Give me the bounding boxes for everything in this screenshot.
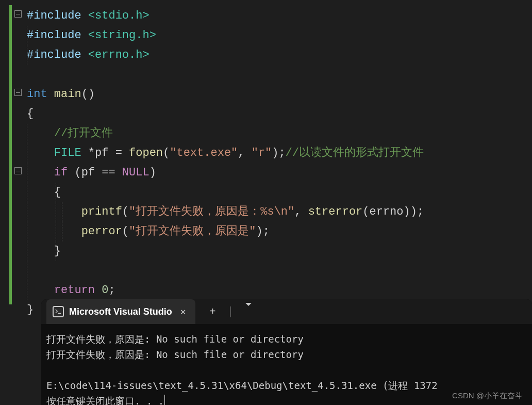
- change-indicator: [9, 5, 12, 304]
- terminal-panel: Microsoft Visual Studio ✕ + | 打开文件失败，原因是…: [41, 299, 532, 405]
- terminal-icon: [53, 306, 64, 317]
- code-line[interactable]: #include <string.h>: [27, 26, 532, 45]
- code-line[interactable]: [27, 65, 532, 85]
- code-line[interactable]: #include <stdio.h>: [27, 6, 532, 26]
- new-tab-button[interactable]: +: [210, 306, 216, 318]
- close-icon[interactable]: ✕: [177, 305, 189, 318]
- code-line[interactable]: }: [27, 241, 532, 261]
- fold-toggle[interactable]: [14, 89, 22, 96]
- code-content[interactable]: #include <stdio.h> #include <string.h> #…: [26, 0, 532, 315]
- tab-actions: + |: [195, 305, 252, 318]
- terminal-tab[interactable]: Microsoft Visual Studio ✕: [46, 299, 195, 324]
- code-line[interactable]: perror("打开文件失败，原因是");: [27, 222, 532, 241]
- terminal-tab-bar: Microsoft Visual Studio ✕ + |: [41, 299, 532, 324]
- code-editor[interactable]: #include <stdio.h> #include <string.h> #…: [0, 0, 532, 315]
- code-line[interactable]: #include <errno.h>: [27, 45, 532, 65]
- output-line: 按任意键关闭此窗口. . .: [46, 395, 164, 405]
- output-line: 打开文件失败，原因是: No such file or directory: [46, 349, 304, 360]
- code-line[interactable]: //打开文件: [27, 124, 532, 143]
- editor-gutter: [0, 0, 26, 315]
- code-line[interactable]: [27, 261, 532, 281]
- tab-title: Microsoft Visual Studio: [69, 306, 172, 317]
- watermark: CSDN @小羊在奋斗: [452, 391, 523, 401]
- code-line[interactable]: printf("打开文件失败，原因是：%s\n", strerror(errno…: [27, 202, 532, 222]
- code-line[interactable]: FILE *pf = fopen("text.exe", "r");//以读文件…: [27, 143, 532, 163]
- fold-toggle[interactable]: [14, 10, 22, 18]
- code-line[interactable]: {: [27, 104, 532, 124]
- output-line: 打开文件失败，原因是: No such file or directory: [46, 333, 304, 345]
- output-line: E:\code\114-issues\text_4.5.31\x64\Debug…: [46, 380, 438, 391]
- chevron-down-icon: [245, 303, 252, 318]
- code-line[interactable]: return 0;: [27, 281, 532, 300]
- fold-toggle[interactable]: [14, 167, 22, 174]
- code-line[interactable]: int main(): [27, 85, 532, 104]
- code-line[interactable]: if (pf == NULL): [27, 163, 532, 183]
- dropdown-button[interactable]: [245, 306, 252, 318]
- terminal-cursor: [164, 395, 165, 405]
- code-line[interactable]: {: [27, 183, 532, 202]
